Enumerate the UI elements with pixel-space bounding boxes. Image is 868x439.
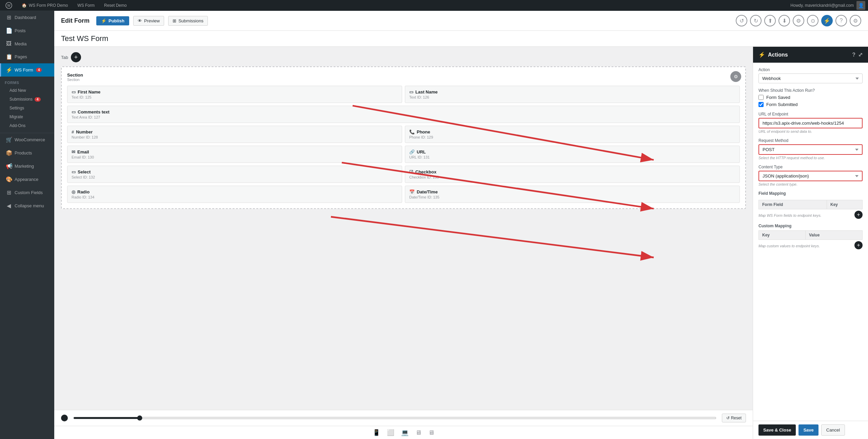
zoom-slider[interactable]	[73, 417, 716, 419]
url-endpoint-input[interactable]	[758, 118, 863, 128]
url-endpoint-group: URL of Endpoint URL of endpoint to send …	[758, 112, 863, 133]
sidebar-sub-settings[interactable]: Settings	[0, 104, 54, 112]
form-saved-checkbox[interactable]	[758, 95, 764, 100]
section-subtitle: Section	[67, 78, 740, 82]
reset-button[interactable]: ↺ Reset	[722, 414, 746, 422]
action-group: Action Webhook Email Slack	[758, 67, 863, 83]
form-submitted-checkbox[interactable]	[758, 102, 764, 107]
field-last-name[interactable]: ▭ Last Name Text ID: 126	[405, 86, 740, 103]
number-meta: Number ID: 128	[72, 135, 398, 139]
field-checkbox[interactable]: ☑ Checkbox Checkbox ID: 133	[405, 166, 740, 183]
submissions-button[interactable]: ⊞ Submissions	[168, 16, 208, 26]
desktop-icon[interactable]: 🖥	[415, 429, 421, 436]
lightning-button[interactable]: ⚡	[821, 15, 833, 26]
request-method-select[interactable]: POST GET PUT DELETE	[758, 144, 863, 155]
upload-button[interactable]: ⬆	[764, 15, 776, 26]
sidebar-item-media[interactable]: 🖼 Media	[0, 37, 54, 50]
custom-mapping-label: Custom Mapping	[758, 224, 863, 228]
sidebar-item-collapse[interactable]: ◀ Collapse menu	[0, 199, 54, 212]
sidebar-item-marketing[interactable]: 📢 Marketing	[0, 160, 54, 173]
form-builder-wrapper: Tab + Section Section ⚙	[54, 47, 753, 439]
field-mapping-label: Field Mapping	[758, 191, 786, 196]
field-select[interactable]: ▭ Select Select ID: 132	[67, 166, 402, 183]
filter-button[interactable]: ⊙	[807, 15, 818, 26]
publish-button[interactable]: ⚡ Publish	[96, 16, 129, 25]
posts-icon: 📄	[6, 27, 12, 34]
sidebar-item-products[interactable]: 📦 Products	[0, 146, 54, 160]
sidebar-item-woocommerce[interactable]: 🛒 WooCommerce	[0, 133, 54, 146]
tools-button[interactable]: ⚙	[793, 15, 804, 26]
settings-button[interactable]: ⚙	[850, 15, 861, 26]
sidebar-item-appearance[interactable]: 🎨 Appearance	[0, 173, 54, 186]
cancel-button[interactable]: Cancel	[821, 424, 845, 436]
save-button[interactable]: Save	[798, 424, 818, 436]
section-gear-button[interactable]: ⚙	[730, 71, 741, 82]
sidebar-sub-submissions[interactable]: Submissions 4	[0, 95, 54, 104]
submissions-icon: ⊞	[173, 18, 176, 23]
sidebar-item-label: Marketing	[15, 164, 34, 169]
tablet-small-icon[interactable]: ⬜	[387, 429, 394, 436]
sidebar-item-posts[interactable]: 📄 Posts	[0, 24, 54, 37]
actions-panel: ⚡ Actions ? ⤢ Action Webhook Email	[753, 47, 868, 439]
undo-button[interactable]: ↺	[736, 15, 747, 26]
sidebar-item-custom-fields[interactable]: ⊞ Custom Fields	[0, 186, 54, 199]
field-mapping-add-button[interactable]: +	[854, 211, 863, 219]
sidebar-sub-add-new[interactable]: Add New	[0, 86, 54, 95]
actions-lightning-icon: ⚡	[758, 51, 765, 58]
sidebar-sub-addons[interactable]: Add-Ons	[0, 121, 54, 130]
admin-bar-wsf[interactable]: WS Form	[75, 0, 97, 11]
sidebar-sub-migrate[interactable]: Migrate	[0, 112, 54, 121]
preview-button[interactable]: 👁 Preview	[133, 16, 164, 26]
save-close-button[interactable]: Save & Close	[758, 424, 796, 436]
action-select[interactable]: Webhook Email Slack	[758, 74, 863, 83]
admin-bar-home[interactable]: 🏠 WS Form PRO Demo	[19, 0, 71, 11]
wide-icon[interactable]: 🖥	[428, 429, 434, 436]
field-datetime[interactable]: 📅 Date/Time Date/Time ID: 135	[405, 186, 740, 203]
field-phone[interactable]: 📞 Phone Phone ID: 129	[405, 126, 740, 143]
section-title: Section	[67, 72, 740, 78]
content-type-select[interactable]: JSON (application/json) Form Data (multi…	[758, 171, 863, 181]
custom-mapping-col-key: Key	[759, 231, 806, 240]
field-comments[interactable]: ▭ Comments text Text Area ID: 127	[67, 106, 740, 123]
sidebar-item-dashboard[interactable]: ⊞ Dashboard	[0, 11, 54, 24]
first-name-meta: Text ID: 125	[72, 95, 398, 99]
custom-mapping-add-button[interactable]: +	[854, 241, 863, 249]
sidebar-item-label: Custom Fields	[15, 190, 43, 195]
request-method-hint: Select the HTTP request method to use.	[758, 156, 863, 160]
help-button[interactable]: ?	[835, 15, 847, 26]
form-saved-option[interactable]: Form Saved	[758, 95, 863, 100]
field-url[interactable]: 🔗 URL URL ID: 131	[405, 146, 740, 163]
admin-bar-wp-logo[interactable]: W	[3, 0, 15, 11]
custom-mapping-hint: Map custom values to endpoint keys.	[758, 244, 820, 248]
sidebar: ⊞ Dashboard 📄 Posts 🖼 Media 📋 Pages ⚡ WS…	[0, 11, 54, 439]
url-endpoint-hint: URL of endpoint to send data to.	[758, 129, 863, 133]
when-to-run-group: When Should This Action Run? Form Saved …	[758, 88, 863, 107]
wordpress-icon: W	[5, 2, 12, 9]
tablet-icon[interactable]: 💻	[401, 429, 409, 436]
tab-add-button[interactable]: +	[71, 52, 81, 62]
action-label: Action	[758, 67, 863, 72]
field-first-name[interactable]: ▭ First Name Text ID: 125	[67, 86, 402, 103]
mobile-icon[interactable]: 📱	[373, 429, 380, 436]
form-submitted-option[interactable]: Form Submitted	[758, 102, 863, 107]
publish-label: Publish	[108, 18, 124, 23]
wsform-badge: 4	[36, 68, 42, 72]
form-name-input[interactable]	[61, 34, 861, 43]
download-button[interactable]: ⬇	[778, 15, 790, 26]
sidebar-item-pages[interactable]: 📋 Pages	[0, 50, 54, 63]
redo-button[interactable]: ↻	[750, 15, 762, 26]
field-radio[interactable]: ◎ Radio Radio ID: 134	[67, 186, 402, 203]
actions-help-icon[interactable]: ?	[852, 52, 855, 58]
actions-title: Actions	[768, 52, 788, 58]
avatar: 👤	[856, 1, 865, 10]
url-label: URL	[417, 149, 426, 154]
device-icons-bar: 📱 ⬜ 💻 🖥 🖥	[54, 426, 753, 439]
field-email[interactable]: ✉ Email Email ID: 130	[67, 146, 402, 163]
form-name-bar	[54, 31, 868, 47]
sidebar-item-wsform[interactable]: ⚡ WS Form 4	[0, 63, 54, 77]
admin-bar-reset[interactable]: Reset Demo	[101, 0, 130, 11]
last-name-meta: Text ID: 126	[409, 95, 735, 99]
field-number[interactable]: # Number Number ID: 128	[67, 126, 402, 143]
actions-expand-icon[interactable]: ⤢	[858, 51, 863, 58]
admin-bar-user: Howdy, maverickandrii@gmail.com 👤	[790, 1, 865, 10]
